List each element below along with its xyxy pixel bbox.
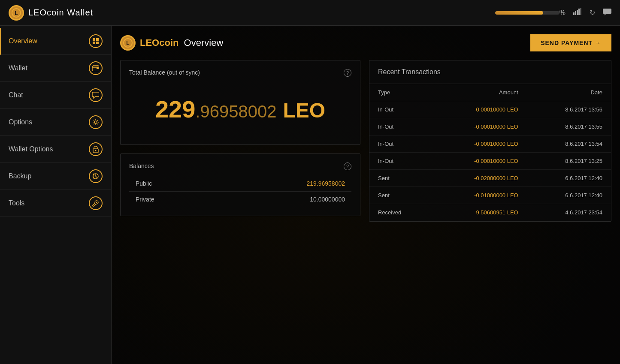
svg-rect-6 — [580, 8, 581, 15]
balances-card: Balances ? Public 219.96958002 Private 1… — [120, 153, 360, 216]
tx-date: 8.6.2017 13:55 — [527, 118, 611, 135]
balances-title-text: Balances — [129, 162, 154, 169]
wallet-icon — [89, 61, 103, 75]
tx-date: 4.6.2017 23:54 — [527, 204, 611, 221]
svg-rect-2 — [573, 12, 575, 15]
sidebar-item-wallet-options[interactable]: Wallet Options — [0, 136, 111, 163]
tx-type: In-Out — [369, 101, 432, 118]
total-balance-title-text: Total Balance (out of sync) — [129, 69, 200, 76]
transaction-row: In-Out-0.00010000 LEO8.6.2017 13:54 — [369, 135, 611, 153]
backup-icon — [89, 169, 103, 183]
sidebar-item-chat[interactable]: Chat — [0, 82, 111, 109]
page-title: L LEOcoin Overview — [120, 35, 223, 51]
svg-text:L: L — [15, 10, 18, 16]
left-column: Total Balance (out of sync) ? 229 .96958… — [120, 60, 360, 225]
svg-rect-3 — [575, 11, 576, 15]
balances-public-label: Public — [136, 180, 152, 187]
logo-coin-icon: L — [9, 5, 24, 21]
transaction-row: Received9.50600951 LEO4.6.2017 23:54 — [369, 204, 611, 221]
tx-amount: 9.50600951 LEO — [432, 204, 527, 221]
sidebar-item-tools[interactable]: Tools — [0, 190, 111, 217]
content-area: L LEOcoin Overview SEND PAYMENT → Total … — [112, 26, 620, 364]
svg-point-18 — [96, 202, 97, 203]
percent-icon[interactable]: % — [560, 9, 566, 17]
tx-date: 8.6.2017 13:54 — [527, 135, 611, 153]
tx-type: In-Out — [369, 153, 432, 170]
tx-type: In-Out — [369, 135, 432, 153]
header-progress — [495, 11, 560, 15]
sidebar-item-tools-label: Tools — [9, 199, 24, 207]
transaction-row: In-Out-0.00010000 LEO8.6.2017 13:55 — [369, 118, 611, 135]
sidebar-item-backup[interactable]: Backup — [0, 163, 111, 190]
balances-public-row: Public 219.96958002 — [129, 176, 351, 192]
header-icons: % ↻ — [560, 8, 611, 18]
recent-transactions-title: Recent Transactions — [378, 68, 441, 75]
logo-wallet: Wallet — [67, 8, 93, 17]
balances-table: Public 219.96958002 Private 10.00000000 — [129, 176, 351, 207]
chat-icon — [89, 88, 103, 102]
transaction-row: In-Out-0.00010000 LEO8.6.2017 13:25 — [369, 153, 611, 170]
tx-amount: -0.00010000 LEO — [432, 153, 527, 170]
header: L LEOcoin Wallet % ↻ — [0, 0, 620, 26]
total-balance-card: Total Balance (out of sync) ? 229 .96958… — [120, 60, 360, 145]
tx-date: 6.6.2017 12:40 — [527, 170, 611, 187]
total-balance-title: Total Balance (out of sync) — [129, 69, 351, 76]
balances-private-label: Private — [136, 196, 154, 203]
sidebar-item-wallet[interactable]: Wallet — [0, 55, 111, 82]
transaction-row: Sent-0.02000000 LEO6.6.2017 12:40 — [369, 170, 611, 187]
tx-type: Received — [369, 204, 432, 221]
svg-rect-9 — [93, 42, 95, 44]
sidebar-item-chat-label: Chat — [9, 91, 23, 99]
svg-point-14 — [94, 121, 97, 123]
logo-text: LEOcoin Wallet — [28, 8, 93, 18]
page-title-text: LEOcoin Overview — [140, 37, 223, 48]
recent-transactions-card: Recent Transactions Type Amount Date In-… — [369, 60, 611, 222]
svg-rect-5 — [578, 9, 580, 15]
tx-amount: -0.01000000 LEO — [432, 187, 527, 204]
balances-title: Balances — [129, 162, 351, 169]
page-title-coin-icon: L — [120, 35, 136, 51]
sync-progress-bar — [495, 11, 560, 15]
transactions-header-row: Type Amount Date — [369, 84, 611, 101]
sidebar-item-options-label: Options — [9, 118, 32, 126]
col-type-header: Type — [369, 84, 432, 101]
balances-private-row: Private 10.00000000 — [129, 192, 351, 207]
svg-rect-7 — [93, 38, 95, 41]
chat-bubble-icon[interactable] — [603, 8, 611, 18]
tx-date: 6.6.2017 12:40 — [527, 187, 611, 204]
transaction-row: Sent-0.01000000 LEO6.6.2017 12:40 — [369, 187, 611, 204]
two-col-layout: Total Balance (out of sync) ? 229 .96958… — [120, 60, 611, 225]
svg-point-16 — [95, 150, 97, 151]
gear-icon — [89, 115, 103, 129]
transactions-table: Type Amount Date In-Out-0.00010000 LEO8.… — [369, 84, 611, 221]
recent-transactions-header: Recent Transactions — [369, 60, 611, 84]
balances-public-value: 219.96958002 — [306, 180, 345, 187]
balance-integer: 229 — [155, 95, 195, 123]
tx-date: 8.6.2017 13:56 — [527, 101, 611, 118]
main-layout: Overview Wallet — [0, 26, 620, 364]
balance-currency: LEO — [283, 99, 325, 122]
sidebar-item-wallet-label: Wallet — [9, 64, 27, 72]
send-payment-button[interactable]: SEND PAYMENT → — [530, 34, 611, 51]
tools-icon — [89, 196, 103, 210]
sidebar: Overview Wallet — [0, 26, 112, 364]
overview-icon — [89, 34, 103, 48]
total-balance-help-icon[interactable]: ? — [344, 69, 351, 77]
tx-type: Sent — [369, 187, 432, 204]
sidebar-item-options[interactable]: Options — [0, 109, 111, 136]
balances-help-icon[interactable]: ? — [344, 162, 351, 170]
logo: L LEOcoin Wallet — [9, 5, 93, 21]
logo-leo: LEO — [28, 8, 47, 17]
col-amount-header: Amount — [432, 84, 527, 101]
tx-amount: -0.00010000 LEO — [432, 135, 527, 153]
signal-icon — [573, 8, 582, 17]
sidebar-item-wallet-options-label: Wallet Options — [9, 145, 53, 153]
tx-amount: -0.00010000 LEO — [432, 118, 527, 135]
tx-type: In-Out — [369, 118, 432, 135]
balance-display: 229 .96958002 LEO — [129, 82, 351, 136]
sidebar-item-overview[interactable]: Overview — [0, 28, 111, 55]
tx-amount: -0.00010000 LEO — [432, 101, 527, 118]
tx-date: 8.6.2017 13:25 — [527, 153, 611, 170]
svg-text:L: L — [126, 40, 129, 46]
sync-icon[interactable]: ↻ — [590, 9, 595, 17]
